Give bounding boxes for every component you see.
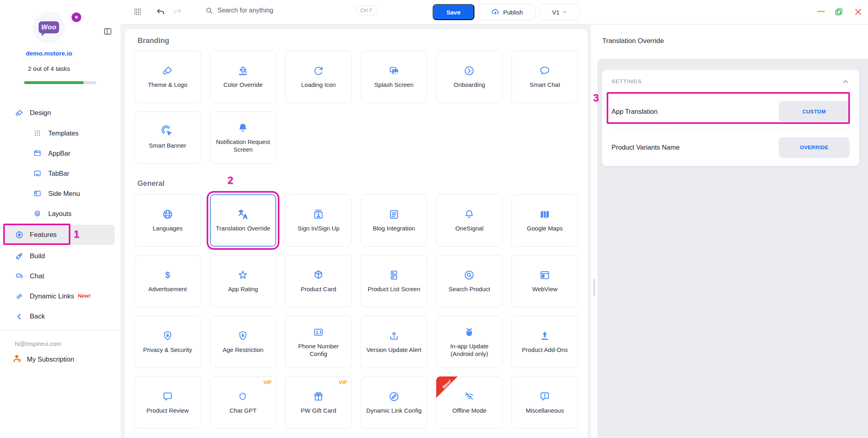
sidebar-item-label: Side Menu (48, 190, 80, 197)
feature-card-theme-logo[interactable]: Theme & Logo (134, 51, 201, 103)
save-button[interactable]: Save (433, 4, 474, 20)
subscription-person-icon (12, 353, 23, 365)
tasks-count: 2 out of 4 tasks (0, 65, 98, 72)
feature-card-offline-mode[interactable]: New!Offline Mode (436, 376, 503, 429)
feature-card-label: Version Update Alert (363, 346, 425, 354)
sidebar-item-label: Templates (48, 130, 78, 137)
feature-card-label: Search Product (445, 285, 493, 293)
feature-card-privacy-security[interactable]: Privacy & Security (134, 316, 201, 368)
feature-card-smart-banner[interactable]: Smart Banner (134, 111, 201, 164)
account-email: hi@inspireui.com (15, 340, 61, 347)
dollar-icon: $ (162, 269, 174, 281)
svg-text:$: $ (165, 270, 170, 280)
feature-card-product-add-ons[interactable]: Product Add-Ons (511, 316, 578, 368)
feature-card-label: WebView (529, 285, 561, 293)
sb-appbar-icon (33, 149, 43, 157)
sidebar-divider (0, 330, 121, 330)
version-dropdown[interactable]: V1 (540, 4, 580, 20)
publish-button[interactable]: Publish (478, 4, 536, 20)
override-button[interactable]: OVERRIDE (779, 137, 850, 158)
star-icon (237, 269, 249, 281)
sb-grid-icon (33, 129, 43, 137)
scrollbar-thumb[interactable] (593, 279, 595, 296)
globe-icon (162, 208, 174, 220)
feature-card-loading-icon[interactable]: Loading Icon (285, 51, 352, 103)
translate-icon (237, 208, 249, 220)
onboarding-icon (463, 65, 475, 77)
sidebar-item-features[interactable]: Features1 (0, 224, 121, 246)
vip-badge: VIP (339, 380, 347, 385)
sidebar-item-layouts[interactable]: Layouts (0, 204, 121, 224)
android-icon (463, 326, 475, 338)
feature-card-translation-override[interactable]: Translation Override2 (210, 194, 277, 247)
sidebar-collapse-icon[interactable] (103, 27, 113, 36)
feature-card-chat-gpt[interactable]: VIPChat GPT (210, 376, 277, 429)
settings-row-product-variants-name: Product Variants NameOVERRIDE (611, 130, 850, 165)
sidebar-item-back[interactable]: Back (0, 306, 121, 327)
feature-card-label: Product Review (143, 407, 192, 415)
sidebar-item-chat[interactable]: Chat (0, 266, 121, 286)
settings-card: SETTINGS App TranslationCUSTOM3Product V… (602, 70, 859, 166)
feature-card-color-override[interactable]: Color Override (210, 51, 277, 103)
feature-card-label: Product Card (298, 285, 339, 293)
redo-icon[interactable] (173, 8, 182, 17)
undo-icon[interactable] (156, 8, 165, 17)
feature-card-label: OneSignal (452, 224, 486, 232)
feature-card-onboarding[interactable]: Onboarding (436, 51, 503, 103)
feature-card-in-app-update-android-only[interactable]: In-app Update (Android only) (436, 316, 503, 368)
feature-card-webview[interactable]: WebView (511, 255, 578, 307)
feature-card-sign-in-sign-up[interactable]: Sign In/Sign Up (285, 194, 352, 247)
sidebar-item-label: Chat (30, 272, 44, 280)
site-link[interactable]: demo.mstore.io (0, 50, 98, 57)
feature-card-pw-gift-card[interactable]: VIPPW Gift Card (285, 376, 352, 429)
feature-card-phone-number-config[interactable]: Phone Number Config (285, 316, 352, 368)
feature-card-dynamic-link-config[interactable]: Dynamic Link Config (361, 376, 427, 429)
my-subscription-item[interactable]: My Subscription (12, 353, 74, 365)
sidebar-item-tabbar[interactable]: TabBar (0, 163, 121, 183)
feature-card-product-card[interactable]: Product Card (285, 255, 352, 307)
feature-card-version-update-alert[interactable]: Version Update Alert (361, 316, 427, 368)
feature-card-languages[interactable]: Languages (134, 194, 201, 247)
apps-grid-icon[interactable] (133, 8, 142, 16)
sidebar-item-dynamic-links[interactable]: Dynamic LinksNew! (0, 286, 121, 306)
feature-card-splash-screen[interactable]: Splash Screen (361, 51, 427, 103)
feature-card-product-review[interactable]: Product Review (134, 376, 201, 429)
bucket-icon (237, 65, 249, 77)
sidebar-item-side-menu[interactable]: Side Menu (0, 183, 121, 204)
feature-card-blog-integration[interactable]: Blog Integration (361, 194, 427, 247)
detail-panel-title: Translation Override (602, 37, 664, 45)
feature-card-app-rating[interactable]: App Rating (210, 255, 277, 307)
feature-card-label: Color Override (220, 81, 266, 89)
feature-card-label: Dynamic Link Config (363, 407, 425, 415)
section-title-branding: Branding (137, 36, 578, 45)
chevron-up-icon[interactable] (841, 78, 850, 86)
search-input[interactable]: Search for anything Ctrl F (205, 6, 376, 15)
feature-card-advertisement[interactable]: $Advertisement (134, 255, 201, 307)
sidebar-nav: DesignTemplatesAppBarTabBarSide MenuLayo… (0, 103, 121, 327)
close-icon[interactable] (854, 8, 862, 16)
app-window: Woo ★ demo.mstore.io 2 out of 4 tasks De… (0, 0, 868, 438)
feature-card-product-list-screen[interactable]: Product List Screen (361, 255, 427, 307)
sidebar-item-design[interactable]: Design (0, 103, 121, 123)
new-badge: New! (78, 293, 91, 299)
feature-card-miscellaneous[interactable]: Miscellaneous (511, 376, 578, 429)
feature-card-smart-chat[interactable]: Smart Chat (511, 51, 578, 103)
map-icon (539, 208, 551, 220)
woo-logo-mark: Woo (39, 21, 59, 33)
feature-card-google-maps[interactable]: Google Maps (511, 194, 578, 247)
maximize-icon[interactable] (835, 8, 843, 16)
search-icon (205, 6, 213, 15)
sidebar-item-templates[interactable]: Templates (0, 123, 121, 143)
feature-card-age-restriction[interactable]: Age Restriction (210, 316, 277, 368)
setting-label: App Translation (611, 108, 658, 115)
feature-card-label: In-app Update (Android only) (437, 342, 503, 358)
minimize-icon[interactable] (817, 11, 825, 12)
custom-button[interactable]: CUSTOM (779, 101, 850, 122)
sidebar-item-appbar[interactable]: AppBar (0, 143, 121, 163)
feature-card-search-product[interactable]: Search Product (436, 255, 503, 307)
feature-card-onesignal[interactable]: OneSignal (436, 194, 503, 247)
toolbar: Search for anything Ctrl F Save Publish … (121, 0, 868, 25)
sidebar-item-build[interactable]: Build (0, 246, 121, 266)
feature-card-label: Sign In/Sign Up (294, 224, 343, 232)
feature-card-notification-request-screen[interactable]: Notification Request Screen (210, 111, 277, 164)
